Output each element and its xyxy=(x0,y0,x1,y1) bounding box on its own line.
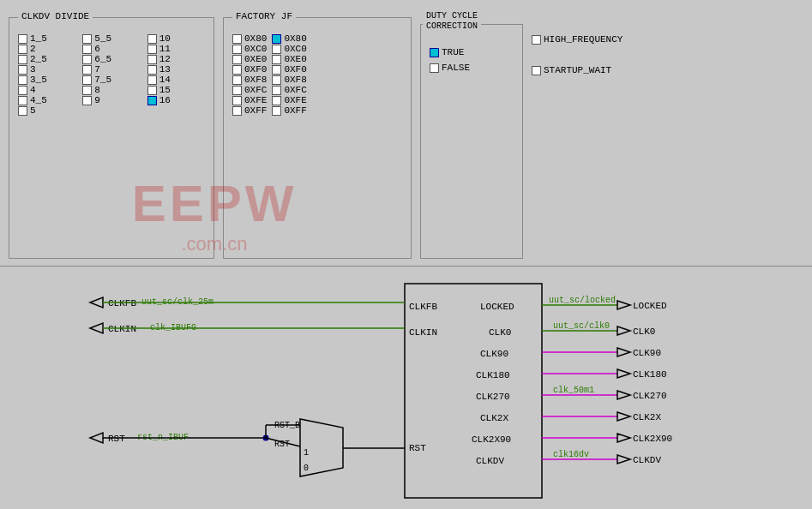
list-item: 16 xyxy=(147,95,205,105)
net-clk270: clk_50m1 xyxy=(553,386,594,395)
clkdv-col1: 1_5 2 2_5 3 3_5 4 4_5 5 xyxy=(18,33,75,116)
net-clk0: uut_sc/clk0 xyxy=(553,321,610,331)
startup-wait-item: STARTUP_WAIT xyxy=(532,65,803,75)
duty-true-label: TRUE xyxy=(442,47,464,57)
list-item: 8 xyxy=(82,85,140,95)
checkbox-2[interactable] xyxy=(18,45,27,54)
list-item: 13 xyxy=(147,64,205,75)
mux-0-label: 0 xyxy=(304,464,309,473)
clkdv-out-label: CLKDV xyxy=(633,455,661,465)
factory-cb-0xfc-1[interactable] xyxy=(232,86,242,95)
checkbox-6[interactable] xyxy=(82,45,92,54)
high-freq-item: HIGH_FREQUENCY xyxy=(532,34,803,45)
checkbox-16[interactable] xyxy=(147,96,157,105)
clk0-out-label: CLK0 xyxy=(633,326,655,337)
checkbox-10[interactable] xyxy=(147,34,157,44)
factory-cb-0x80-1[interactable] xyxy=(232,34,242,44)
clkdv-col3: 10 11 12 13 14 15 16 xyxy=(147,33,205,116)
checkbox-3_5[interactable] xyxy=(18,75,27,85)
duty-panel: DUTY CYCLECORRECTION TRUE FALSE xyxy=(420,24,523,259)
factory-cb-0xf0-2[interactable] xyxy=(272,65,281,75)
checkbox-duty-false[interactable] xyxy=(430,63,439,73)
factory-title: FACTORY JF xyxy=(232,11,296,21)
mux-1-label: 1 xyxy=(304,448,309,458)
checkbox-11[interactable] xyxy=(147,45,157,54)
list-item: 4 xyxy=(18,85,75,95)
factory-cb-0xf0-1[interactable] xyxy=(232,65,242,75)
duty-false-item: FALSE xyxy=(430,63,514,73)
checkbox-4_5[interactable] xyxy=(18,96,27,105)
checkbox-5[interactable] xyxy=(18,106,27,116)
checkbox-8[interactable] xyxy=(82,86,92,95)
list-item: 4_5 xyxy=(18,95,75,105)
checkbox-13[interactable] xyxy=(147,65,157,75)
list-item: 0XF8 xyxy=(232,75,267,85)
right-panel: HIGH_FREQUENCY STARTUP_WAIT xyxy=(532,17,803,259)
factory-col1: 0X80 0XC0 0XE0 0XF0 0XF8 0XFC 0XFE 0XFF xyxy=(232,33,267,116)
duty-false-label: FALSE xyxy=(442,63,470,73)
list-item: 6_5 xyxy=(82,54,140,64)
list-item: 0XC0 xyxy=(272,44,306,54)
block-clk180-label: CLK180 xyxy=(476,370,510,380)
checkbox-9[interactable] xyxy=(82,96,92,105)
checkbox-2_5[interactable] xyxy=(18,55,27,64)
checkbox-1_5[interactable] xyxy=(18,34,27,44)
startup-wait-label: STARTUP_WAIT xyxy=(544,65,611,75)
factory-cb-0xfe-1[interactable] xyxy=(232,96,242,105)
factory-cb-0xc0-2[interactable] xyxy=(272,45,281,54)
list-item: 7 xyxy=(82,64,140,75)
checkbox-12[interactable] xyxy=(147,55,157,64)
clkin-in-label: CLKIN xyxy=(108,324,136,334)
checkbox-7_5[interactable] xyxy=(82,75,92,85)
list-item: 14 xyxy=(147,75,205,85)
factory-cb-0x80-2[interactable] xyxy=(272,34,281,44)
clkdv-panel: CLKDV DIVIDE 1_5 2 2_5 3 3_5 4 4_5 5 5_5… xyxy=(9,17,214,259)
list-item: 0XFE xyxy=(272,95,306,105)
checkbox-3[interactable] xyxy=(18,65,27,75)
list-item: 0XE0 xyxy=(272,54,306,64)
block-clk2x-label: CLK2X xyxy=(480,413,508,423)
list-item: 0XE0 xyxy=(232,54,267,64)
clkdv-grid: 1_5 2 2_5 3 3_5 4 4_5 5 5_5 6 6_5 7 7_5 … xyxy=(18,33,205,116)
list-item: 0XFC xyxy=(232,85,267,95)
list-item: 5_5 xyxy=(82,33,140,44)
checkbox-7[interactable] xyxy=(82,65,92,75)
checkbox-5_5[interactable] xyxy=(82,34,92,44)
net-clkdv: clk16dv xyxy=(553,450,589,459)
factory-cb-0xc0-1[interactable] xyxy=(232,45,242,54)
list-item: 0XF0 xyxy=(272,64,306,75)
factory-cb-0xf8-2[interactable] xyxy=(272,75,281,85)
factory-cb-0xf8-1[interactable] xyxy=(232,75,242,85)
factory-cb-0xfe-2[interactable] xyxy=(272,96,281,105)
checkbox-15[interactable] xyxy=(147,86,157,95)
block-clk90-label: CLK90 xyxy=(480,349,508,359)
checkbox-4[interactable] xyxy=(18,86,27,95)
net-locked: uut_sc/locked xyxy=(549,296,616,305)
list-item: 3 xyxy=(18,64,75,75)
factory-cb-0xff-2[interactable] xyxy=(272,106,281,116)
checkbox-startup-wait[interactable] xyxy=(532,66,541,75)
factory-cb-0xe0-2[interactable] xyxy=(272,55,281,64)
list-item: 10 xyxy=(147,33,205,44)
factory-cb-0xff-1[interactable] xyxy=(232,106,242,116)
checkbox-high-freq[interactable] xyxy=(532,35,541,45)
list-item: 0XFC xyxy=(272,85,306,95)
list-item: 0XFF xyxy=(272,105,306,116)
list-item: 1_5 xyxy=(18,33,75,44)
list-item: 3_5 xyxy=(18,75,75,85)
block-clkfb-label: CLKFB xyxy=(409,302,437,312)
checkbox-14[interactable] xyxy=(147,75,157,85)
block-clk0-label: CLK0 xyxy=(489,327,511,338)
factory-cb-0xfc-2[interactable] xyxy=(272,86,281,95)
clk2x90-out-label: CLK2X90 xyxy=(633,434,672,444)
list-item: 0X80 xyxy=(232,33,267,44)
block-clk2x90-label: CLK2X90 xyxy=(472,434,511,445)
list-item: 9 xyxy=(82,95,140,105)
list-item: 7_5 xyxy=(82,75,140,85)
block-locked-label: LOCKED xyxy=(480,302,514,312)
checkbox-6_5[interactable] xyxy=(82,55,92,64)
checkbox-duty-true[interactable] xyxy=(430,48,439,57)
factory-cb-0xe0-1[interactable] xyxy=(232,55,242,64)
clkdv-col2: 5_5 6 6_5 7 7_5 8 9 xyxy=(82,33,140,116)
list-item: 0XC0 xyxy=(232,44,267,54)
